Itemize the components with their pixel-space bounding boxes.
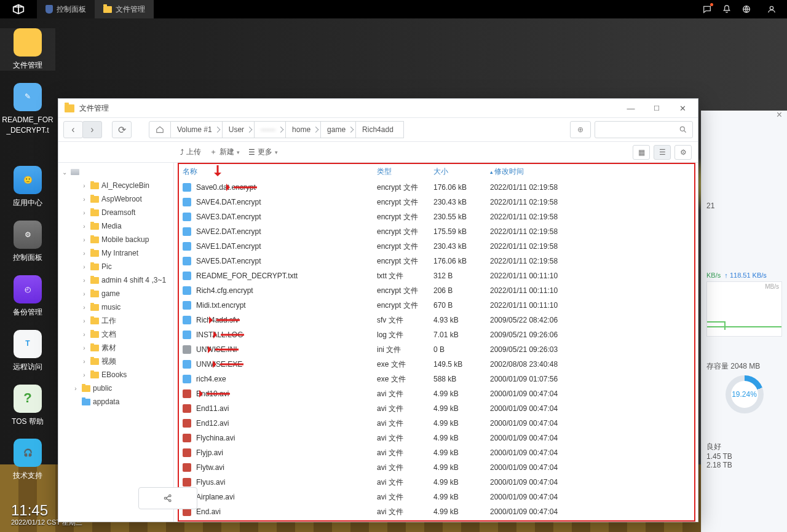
dock-file-manager[interactable]: 文件管理: [0, 28, 55, 71]
upload-button[interactable]: ⤴上传: [180, 147, 201, 157]
view-grid-button[interactable]: ▦: [633, 145, 650, 160]
folder-icon: [90, 291, 99, 297]
nav-forward-button[interactable]: ›: [82, 121, 102, 138]
dock-support[interactable]: 🎧 技术支持: [0, 439, 55, 481]
close-icon[interactable]: ×: [777, 109, 782, 120]
tree-item[interactable]: ›AI_RecycleBin: [58, 179, 173, 192]
file-type: encrypt 文件: [377, 197, 433, 208]
tree-item[interactable]: ›AspWebroot: [58, 192, 173, 206]
col-type[interactable]: 类型: [377, 166, 433, 177]
dock-app-center[interactable]: 🙂 应用中心: [0, 166, 55, 208]
file-row[interactable]: Airplane.avi avi 文件 4.99 kB 2000/01/09 0…: [174, 490, 698, 504]
tree-item[interactable]: ›EBooks: [58, 368, 173, 381]
file-row[interactable]: SAVE3.DAT.encrypt encrypt 文件 230.55 kB 2…: [174, 209, 698, 224]
topbar-bell-icon[interactable]: [717, 0, 737, 18]
file-row[interactable]: Rich4add.sfv sfv 文件 4.93 kB 2009/05/22 0…: [174, 313, 698, 327]
file-row[interactable]: Midi.txt.encrypt encrypt 文件 670 B 2022/0…: [174, 298, 698, 313]
more-button[interactable]: ☰更多▾: [248, 147, 278, 157]
tree-item[interactable]: ›Pic: [58, 260, 173, 273]
breadcrumb-seg[interactable]: game: [321, 121, 356, 138]
topbar-chat-icon[interactable]: [697, 0, 717, 18]
tree-item[interactable]: ›game: [58, 287, 173, 300]
tree-item[interactable]: ›public: [58, 381, 173, 395]
file-row[interactable]: SAVE1.DAT.encrypt encrypt 文件 230.43 kB 2…: [174, 239, 698, 254]
dock-readme-file[interactable]: ✎ README_FOR_DECRYPT.t: [0, 83, 55, 136]
dock-backup[interactable]: ◴ 备份管理: [0, 275, 55, 318]
tree-item[interactable]: ›素材: [58, 341, 173, 354]
dock-remote[interactable]: T 远程访问: [0, 330, 55, 372]
file-icon: [183, 389, 191, 398]
file-row[interactable]: UNWISE.EXE exe 文件 149.5 kB 2002/08/08 23…: [174, 357, 698, 372]
topbar-tab-control-panel[interactable]: 控制面板: [37, 0, 95, 18]
settings-button[interactable]: ⚙: [674, 145, 692, 160]
tree-item[interactable]: ›Mobile backup: [58, 233, 173, 246]
breadcrumb-seg[interactable]: User: [223, 121, 255, 138]
file-row[interactable]: End11.avi avi 文件 4.99 kB 2000/01/09 00:4…: [174, 401, 698, 416]
system-monitor-panel: × 21 KB/s ↑ 118.51 KB/s MB/s 存容量 2048 MB…: [701, 111, 787, 532]
file-row[interactable]: README_FOR_DECRYPT.txtt txtt 文件 312 B 20…: [174, 268, 698, 283]
file-row[interactable]: SAVE2.DAT.encrypt encrypt 文件 175.59 kB 2…: [174, 224, 698, 239]
file-type: sfv 文件: [377, 315, 433, 326]
new-button[interactable]: ＋新建▾: [210, 147, 240, 157]
file-size: 0 B: [433, 345, 490, 354]
tree-label: AI_RecycleBin: [101, 181, 149, 190]
tree-item[interactable]: ›文档: [58, 327, 173, 341]
breadcrumb-seg[interactable]: home: [286, 121, 321, 138]
file-row[interactable]: End.avi avi 文件 4.99 kB 2000/01/09 00:47:…: [174, 504, 698, 519]
favorite-button[interactable]: ⊕: [570, 121, 591, 138]
file-size: 149.5 kB: [433, 360, 490, 369]
col-mtime[interactable]: ▴修改时间: [490, 166, 582, 177]
file-row[interactable]: Flyus.avi avi 文件 4.99 kB 2000/01/09 00:4…: [174, 475, 698, 490]
file-row[interactable]: End12.avi avi 文件 4.99 kB 2000/01/09 00:4…: [174, 416, 698, 431]
file-row[interactable]: Rich4.cfg.encrypt encrypt 文件 206 B 2022/…: [174, 283, 698, 298]
topbar-user-menu[interactable]: [756, 0, 787, 18]
tree-item[interactable]: ›music: [58, 300, 173, 314]
tree-item[interactable]: ›Media: [58, 219, 173, 233]
file-row[interactable]: rich4.exe exe 文件 588 kB 2000/01/09 01:07…: [174, 372, 698, 386]
nav-back-button[interactable]: ‹: [63, 121, 83, 138]
topbar-tab-file-manager[interactable]: 文件管理: [95, 0, 154, 18]
file-mtime: 2000/01/09 01:07:56: [490, 375, 582, 383]
breadcrumb-seg[interactable]: Volume #1: [171, 121, 223, 138]
maximize-button[interactable]: ☐: [646, 104, 667, 112]
file-row[interactable]: Flychina.avi avi 文件 4.99 kB 2000/01/09 0…: [174, 431, 698, 445]
tree-item[interactable]: ›My Intranet: [58, 246, 173, 260]
col-size[interactable]: 大小: [433, 166, 490, 177]
tree-root[interactable]: ⌄: [58, 165, 173, 179]
help-icon: ?: [14, 385, 42, 413]
dock-label: 技术支持: [0, 471, 55, 481]
file-icon: ✎: [14, 83, 42, 111]
tree-item[interactable]: ›Dreamsoft: [58, 206, 173, 219]
tree-item[interactable]: ›admin 4 shift 4 ,3~1: [58, 273, 173, 287]
file-row[interactable]: Save0.dat.encrypt encrypt 文件 176.06 kB 2…: [174, 180, 698, 195]
search-input[interactable]: [595, 121, 693, 138]
tree-item[interactable]: ›工作: [58, 314, 173, 327]
tab-label: 文件管理: [116, 4, 145, 15]
file-row[interactable]: End10.avi avi 文件 4.99 kB 2000/01/09 00:4…: [174, 386, 698, 401]
topbar-globe-icon[interactable]: [737, 0, 756, 18]
file-row[interactable]: SAVE5.DAT.encrypt encrypt 文件 176.06 kB 2…: [174, 254, 698, 268]
folder-icon: [90, 277, 99, 284]
file-row[interactable]: INSTALL.LOG log 文件 7.01 kB 2009/05/21 09…: [174, 327, 698, 342]
breadcrumb-seg[interactable]: Rich4add: [356, 121, 404, 138]
dock-help[interactable]: ? TOS 帮助: [0, 385, 55, 427]
file-row[interactable]: SAVE4.DAT.encrypt encrypt 文件 230.43 kB 2…: [174, 195, 698, 209]
file-row[interactable]: Flyjp.avi avi 文件 4.99 kB 2000/01/09 00:4…: [174, 445, 698, 460]
minimize-button[interactable]: —: [620, 104, 641, 113]
share-button[interactable]: [138, 487, 197, 509]
file-row[interactable]: UNWISE.INI ini 文件 0 B 2009/05/21 09:26:0…: [174, 342, 698, 357]
os-logo[interactable]: [0, 0, 37, 18]
breadcrumb-home[interactable]: [149, 121, 171, 138]
close-button[interactable]: ✕: [672, 104, 693, 113]
window-titlebar[interactable]: 文件管理 — ☐ ✕: [58, 99, 698, 117]
tree-item[interactable]: appdata: [58, 395, 173, 409]
breadcrumb-seg[interactable]: ------: [255, 121, 286, 138]
tree-label: AspWebroot: [101, 195, 142, 203]
view-list-button[interactable]: ☰: [654, 145, 671, 160]
tree-item[interactable]: ›视频: [58, 354, 173, 368]
file-row[interactable]: Flytw.avi avi 文件 4.99 kB 2000/01/09 00:4…: [174, 460, 698, 475]
col-name[interactable]: 名称: [183, 166, 377, 177]
dock-control-panel[interactable]: ⚙ 控制面板: [0, 221, 55, 263]
nav-refresh-button[interactable]: ⟳: [112, 121, 132, 138]
file-size: 670 B: [433, 301, 490, 310]
